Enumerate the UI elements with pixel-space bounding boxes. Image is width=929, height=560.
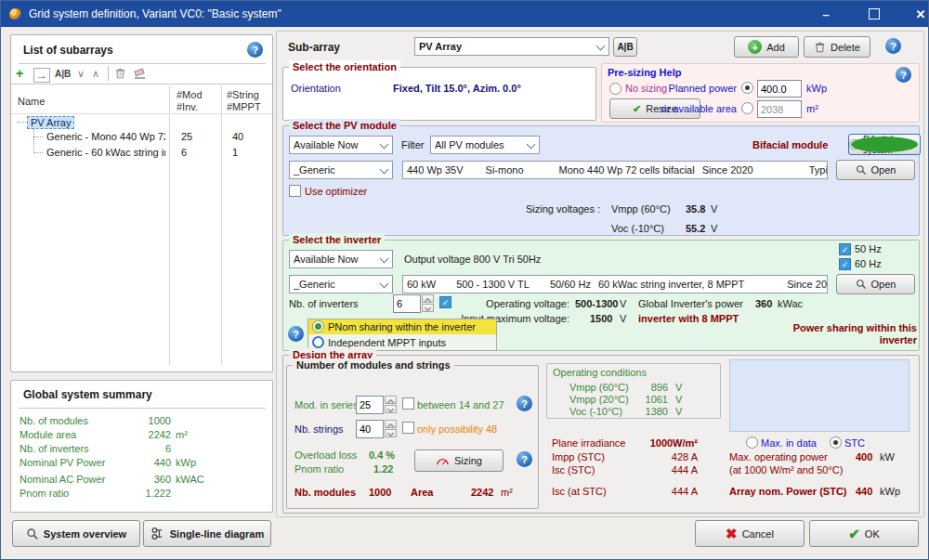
- spinner-down-icon[interactable]: [422, 304, 434, 312]
- presizing-help-icon[interactable]: ?: [896, 67, 911, 83]
- system-overview-button[interactable]: System overview: [12, 520, 140, 547]
- spinner-down-icon[interactable]: [385, 429, 397, 437]
- oc-label-2: Voc (-10°C): [569, 406, 622, 417]
- pnom-ratio-label: Pnom ratio: [294, 463, 344, 475]
- overload-value: 0.4 %: [369, 449, 395, 461]
- chevron-down-icon: [596, 43, 605, 51]
- inverter-open-button[interactable]: Open: [836, 274, 915, 294]
- use-optimizer-checkbox[interactable]: [289, 185, 301, 197]
- inverter-availability-select[interactable]: Available Now: [289, 250, 393, 268]
- hz60-checkbox[interactable]: ✓: [839, 258, 851, 270]
- nb-strings-spinner[interactable]: [356, 420, 397, 438]
- mod-series-spinner[interactable]: [356, 396, 397, 414]
- nb-strings-only-checkbox[interactable]: [402, 422, 414, 434]
- summary-label-3: Nominal PV Power: [20, 457, 105, 468]
- sizing-help-icon[interactable]: ?: [517, 451, 532, 467]
- subarray-select[interactable]: PV Array: [414, 37, 609, 56]
- subarrays-panel: List of subarrays ? + → A|B ∨ ∧ Name #Mo…: [10, 34, 273, 372]
- orientation-group: Select the orientation Orientation Fixed…: [282, 67, 596, 121]
- subarray-help-icon[interactable]: ?: [885, 38, 901, 54]
- maximize-button[interactable]: [857, 1, 891, 27]
- delete-subarray-button[interactable]: Delete: [804, 36, 870, 58]
- voc-unit: V: [711, 223, 717, 234]
- planned-power-unit: kWp: [806, 83, 827, 94]
- bifacial-system-button[interactable]: Bifacial system: [848, 134, 921, 155]
- summary-label-4: Nominal AC Power: [20, 474, 105, 485]
- inverter-group: Select the inverter Available Now Output…: [282, 240, 920, 351]
- module-manufacturer-select[interactable]: _Generic: [289, 161, 393, 179]
- ok-button[interactable]: ✔ OK: [809, 520, 919, 547]
- inverter-legend: Select the inverter: [289, 233, 385, 246]
- mppt-note: inverter with 8 MPPT: [638, 313, 739, 324]
- area-value: 2242: [471, 487, 493, 498]
- inverter-model-select[interactable]: 60 kW 500 - 1300 V TL 50/60 Hz 60 kWac s…: [402, 275, 828, 293]
- oc-value-2: 1380: [635, 406, 668, 417]
- magnifier-icon: [856, 164, 867, 176]
- nb-strings-input[interactable]: [356, 420, 384, 438]
- nb-inverters-input[interactable]: [393, 294, 421, 313]
- clear-eraser-icon[interactable]: [133, 67, 147, 80]
- single-line-diagram-button[interactable]: Single-line diagram: [143, 520, 271, 547]
- available-area-radio[interactable]: [741, 102, 753, 114]
- max-in-data-radio[interactable]: [746, 436, 758, 449]
- tree-module-mod-count: 25: [181, 131, 192, 142]
- trash-icon: [814, 41, 826, 54]
- nb-inverters-spinner[interactable]: [393, 294, 434, 313]
- col-inv: #Inv.: [177, 101, 198, 112]
- available-area-input[interactable]: [757, 100, 802, 118]
- hz50-checkbox[interactable]: ✓: [839, 243, 851, 255]
- pnom-help-icon[interactable]: ?: [288, 326, 304, 342]
- mod-series-help-icon[interactable]: ?: [517, 396, 532, 411]
- planned-power-input[interactable]: [757, 80, 802, 98]
- mod-series-input[interactable]: [356, 396, 384, 414]
- mod-series-range-checkbox[interactable]: [402, 397, 414, 410]
- duplicate-subarray-icon[interactable]: →: [33, 68, 50, 83]
- sizing-button[interactable]: Sizing: [414, 449, 504, 472]
- add-subarray-button[interactable]: + Add: [734, 36, 799, 58]
- spinner-up-icon[interactable]: [422, 294, 434, 303]
- col-mod: #Mod: [177, 89, 203, 100]
- area-unit: m²: [501, 487, 513, 498]
- module-open-button[interactable]: Open: [836, 160, 915, 180]
- vmpp-unit: V: [711, 203, 717, 215]
- stc-radio[interactable]: [830, 436, 842, 449]
- subarrays-help-icon[interactable]: ?: [247, 42, 263, 58]
- tree-node-module[interactable]: Generic - Mono 440 Wp 72 cells...: [46, 131, 165, 142]
- plane-irradiance-value: 1000W/m²: [636, 437, 698, 449]
- independent-mppt-label: Independent MPPT inputs: [328, 337, 446, 348]
- summary-label-5: Pnom ratio: [20, 488, 69, 499]
- spinner-down-icon[interactable]: [385, 405, 397, 413]
- move-up-icon[interactable]: ∧: [92, 68, 99, 80]
- module-filter-select[interactable]: All PV modules: [430, 136, 540, 154]
- module-model-select[interactable]: 440 Wp 35V Si-mono Mono 440 Wp 72 cells …: [402, 161, 828, 179]
- orientation-label: Orientation: [291, 83, 341, 94]
- rename-icon[interactable]: A|B: [55, 69, 71, 79]
- cancel-x-icon: ✖: [726, 526, 738, 542]
- independent-mppt-radio[interactable]: [312, 336, 324, 348]
- orientation-legend: Select the orientation: [289, 60, 400, 73]
- delete-subarray-icon[interactable]: [114, 67, 126, 80]
- pnom-sharing-label: PNom sharing within the inverter: [328, 321, 476, 332]
- spinner-up-icon[interactable]: [385, 396, 397, 404]
- move-down-icon[interactable]: ∨: [77, 68, 85, 80]
- tree-node-inverter[interactable]: Generic - 60 kWac string invert...: [46, 147, 165, 158]
- cancel-button[interactable]: ✖ Cancel: [695, 520, 805, 547]
- tree-node-pv-array[interactable]: PV Array: [27, 116, 74, 129]
- close-button[interactable]: ✕: [904, 1, 929, 27]
- summary-unit-1: m²: [176, 429, 188, 440]
- add-subarray-icon[interactable]: +: [16, 66, 23, 81]
- minimize-button[interactable]: –: [809, 1, 843, 27]
- available-area-unit: m²: [806, 103, 818, 114]
- inverter-manufacturer-select[interactable]: _Generic: [289, 275, 393, 293]
- nb-strings-label: Nb. strings: [294, 423, 344, 435]
- module-availability-select[interactable]: Available Now: [289, 136, 393, 154]
- spinner-up-icon[interactable]: [385, 420, 397, 428]
- summary-value-4: 360: [118, 474, 171, 485]
- planned-power-radio[interactable]: [741, 82, 753, 94]
- stc-label: STC: [844, 437, 865, 449]
- col-name: Name: [18, 96, 45, 107]
- rename-subarray-button[interactable]: A|B: [613, 37, 637, 57]
- summary-value-5: 1.222: [118, 488, 171, 499]
- vmpp-value: 35.8: [686, 203, 705, 215]
- pnom-sharing-radio[interactable]: [312, 320, 324, 332]
